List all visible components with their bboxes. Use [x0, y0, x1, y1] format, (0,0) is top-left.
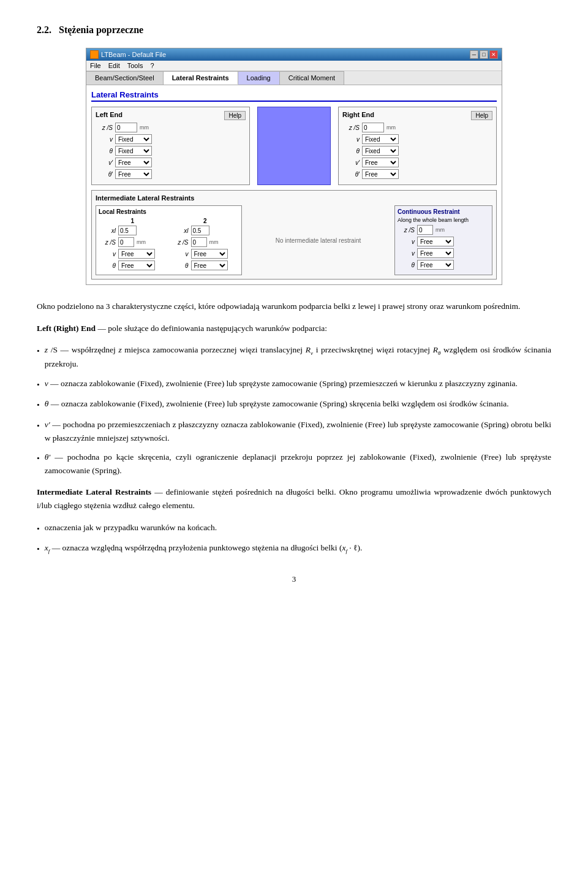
bullet-thetaprime-text: θ′ — pochodna po kącie skręcenia, czyli …	[45, 451, 551, 477]
bullet-int-2: • xf — oznacza względną współrzędną przy…	[37, 541, 551, 556]
bullet-thetaprime: • θ′ — pochodna po kącie skręcenia, czyl…	[37, 451, 551, 477]
left-zs-input[interactable]	[115, 123, 137, 132]
menu-edit[interactable]: Edit	[108, 62, 120, 69]
left-vprime-select[interactable]: FreeFixedSpring	[115, 158, 152, 167]
col1-num: 1	[99, 218, 167, 224]
tab-bar: Beam/Section/Steel Lateral Restraints Lo…	[86, 71, 502, 85]
left-zs-label: z /S	[96, 124, 113, 131]
local-col-2: 2 xl z /S mm v	[172, 218, 239, 272]
bullet-v: • v — oznacza zablokowanie (Fixed), zwol…	[37, 377, 551, 392]
col2-zs-label: z /S	[172, 239, 189, 246]
col1-zs-label: z /S	[99, 239, 116, 246]
right-end-help-button[interactable]: Help	[471, 111, 492, 120]
left-end-title: Left End	[96, 111, 123, 120]
menu-help[interactable]: ?	[150, 62, 154, 69]
bullet-theta-text: θ — oznacza zablokowanie (Fixed), zwolni…	[45, 397, 509, 412]
right-vprime-label: v′	[342, 159, 360, 166]
left-theta-label: θ	[96, 148, 113, 154]
cont-theta-select[interactable]: FreeFixedSpring	[417, 260, 454, 270]
col2-theta-select[interactable]: FreeFixedSpring	[191, 261, 228, 270]
intermediate-inner: Local Restraints 1 xl z /S	[96, 205, 492, 275]
close-button[interactable]: ✕	[489, 50, 498, 59]
bullet-vprime-text: v′ — pochodna po przemieszczeniach z pła…	[45, 418, 551, 444]
tab-critical-moment[interactable]: Critical Moment	[280, 71, 344, 85]
col2-zs-input[interactable]	[191, 237, 207, 247]
intro-text: Okno podzielono na 3 charakterystyczne c…	[37, 302, 520, 311]
right-theta-label: θ	[342, 148, 360, 154]
bullet-dot-6: •	[37, 522, 40, 536]
bullet-int-1: • oznaczenia jak w przypadku warunków na…	[37, 521, 551, 536]
left-v-select[interactable]: FixedFreeSpring	[115, 134, 152, 144]
left-zs-unit: mm	[140, 124, 149, 131]
continuous-restraint-panel: Continuous Restraint Along the whole bea…	[394, 205, 492, 275]
col2-xl-label: xl	[172, 227, 189, 234]
titlebar: LTBeam - Default File ─ □ ✕	[86, 48, 502, 61]
tab-beam-section[interactable]: Beam/Section/Steel	[86, 71, 164, 85]
left-end-panel: Left End Help z /S mm v FixedFreeSpring …	[91, 107, 250, 185]
col1-v-select[interactable]: FreeFixedSpring	[118, 249, 155, 259]
right-end-panel: Right End Help z /S mm v FixedFreeSpring…	[338, 107, 497, 185]
panel-title: Lateral Restraints	[91, 90, 497, 102]
bullet-dot-3: •	[37, 398, 40, 412]
col2-xl-input[interactable]	[191, 226, 209, 235]
intro-paragraph: Okno podzielono na 3 charakterystyczne c…	[37, 300, 551, 313]
right-end-title: Right End	[342, 111, 374, 120]
cont-zs-input[interactable]	[417, 225, 433, 235]
col1-theta-label: θ	[99, 262, 116, 269]
bullet-dot-2: •	[37, 378, 40, 392]
intermediate-heading: Intermediate Lateral Restraints	[37, 487, 151, 496]
bullet-zs: • z /S — współrzędnej z miejsca zamocowa…	[37, 343, 551, 371]
col2-v-label: v	[172, 251, 189, 257]
right-thetaprime-select[interactable]: FreeFixedSpring	[362, 169, 399, 179]
left-right-heading: Left (Right) End	[37, 324, 96, 333]
col1-v-label: v	[99, 251, 116, 257]
cont-zs-label: z /S	[398, 227, 415, 234]
col2-v-select[interactable]: FreeFixedSpring	[191, 249, 228, 259]
tab-loading[interactable]: Loading	[238, 71, 280, 85]
right-vprime-select[interactable]: FreeFixedSpring	[362, 158, 399, 167]
left-theta-select[interactable]: FixedFreeSpring	[115, 146, 152, 156]
left-right-paragraph: Left (Right) End — pole służące do defin…	[37, 322, 551, 335]
col1-xl-label: xl	[99, 227, 116, 234]
col1-theta-select[interactable]: FreeFixedSpring	[118, 261, 155, 270]
left-thetaprime-label: θ′	[96, 171, 113, 178]
intermediate-panel: Intermediate Lateral Restraints Local Re…	[91, 190, 497, 280]
continuous-subtitle: Along the whole beam length	[398, 217, 489, 223]
intermediate-title: Intermediate Lateral Restraints	[96, 194, 492, 202]
window-title: LTBeam - Default File	[101, 51, 166, 58]
bullet-vprime: • v′ — pochodna po przemieszczeniach z p…	[37, 418, 551, 444]
cont-v2-label: v	[398, 250, 415, 257]
bullet-int-1-text: oznaczenia jak w przypadku warunków na k…	[45, 521, 217, 536]
cont-v-label: v	[398, 238, 415, 245]
bullet-theta: • θ — oznacza zablokowanie (Fixed), zwol…	[37, 397, 551, 412]
menu-tools[interactable]: Tools	[127, 62, 143, 69]
left-thetaprime-select[interactable]: FreeFixedSpring	[115, 169, 152, 179]
right-v-select[interactable]: FixedFreeSpring	[362, 134, 399, 144]
local-restraints-panel: Local Restraints 1 xl z /S	[96, 205, 242, 275]
col1-xl-input[interactable]	[118, 226, 137, 235]
no-intermediate-label: No intermediate lateral restraint	[246, 205, 391, 275]
right-zs-unit: mm	[386, 124, 396, 131]
col1-zs-input[interactable]	[118, 237, 134, 247]
cont-v-select[interactable]: FreeFixedSpring	[417, 237, 454, 246]
local-col-1: 1 xl z /S mm v	[99, 218, 167, 272]
minimize-button[interactable]: ─	[470, 50, 478, 59]
bullet-dot-1: •	[37, 344, 40, 371]
bullet-zs-text: z /S — współrzędnej z miejsca zamocowani…	[45, 343, 551, 371]
app-icon	[90, 50, 99, 59]
left-end-help-button[interactable]: Help	[224, 111, 246, 120]
intermediate-bullets: • oznaczenia jak w przypadku warunków na…	[37, 521, 551, 556]
cont-v2-select[interactable]: FreeFixedSpring	[417, 248, 454, 258]
col1-zs-unit: mm	[137, 239, 146, 245]
ends-row: Left End Help z /S mm v FixedFreeSpring …	[91, 107, 497, 185]
right-theta-select[interactable]: FixedFreeSpring	[362, 146, 399, 156]
right-v-label: v	[342, 136, 360, 143]
bullet-int-2-text: xf — oznacza względną współrzędną przyło…	[45, 541, 363, 556]
end-bullets: • z /S — współrzędnej z miejsca zamocowa…	[37, 343, 551, 477]
tab-lateral-restraints[interactable]: Lateral Restraints	[164, 71, 238, 85]
right-zs-input[interactable]	[362, 123, 384, 132]
page-number: 3	[37, 574, 551, 584]
bullet-dot-5: •	[37, 452, 40, 477]
menu-file[interactable]: File	[90, 62, 101, 69]
maximize-button[interactable]: □	[480, 50, 488, 59]
